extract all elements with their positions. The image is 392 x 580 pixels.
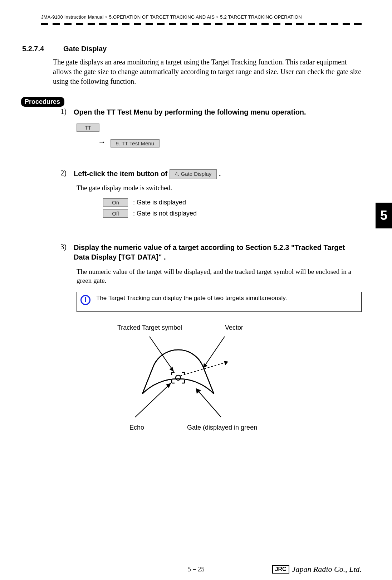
step-number: 2) [53,169,67,179]
info-text: The Target Tracking can display the gate… [96,294,358,303]
svg-marker-6 [170,367,174,372]
jrc-logo: JRC [272,565,289,574]
step-number: 3) [53,243,67,262]
procedures-badge: Procedures [21,97,64,107]
breadcrumb-sep: > [216,14,219,20]
svg-line-9 [135,383,171,417]
step-text: Display the numeric value of a target ac… [74,243,362,262]
company-brand: JRC Japan Radio Co., Ltd. [272,565,362,574]
label-gate: Gate (displayed in green [187,424,257,431]
off-button[interactable]: Off [103,209,128,218]
svg-line-1 [203,367,214,394]
diagram-svg [96,333,260,422]
step-1: 1) Open the TT Test Menu by performing t… [53,107,362,117]
gate-diagram: Tracked Target symbol Vector [96,324,362,431]
tt-test-menu-button[interactable]: 9. TT Test Menu [111,139,160,148]
svg-marker-8 [203,363,207,368]
option-off-row: Off : Gate is not displayed [103,209,362,218]
info-icon: i [80,295,90,305]
step-3-sub: The numeric value of the target will be … [77,267,362,285]
breadcrumb-section: 5.2 TARGET TRACKING OPERATION [220,14,302,20]
label-vector: Vector [225,324,243,332]
menu-path: TT → 9. TT Test Menu [77,124,362,148]
step-text-b: . [219,170,221,178]
chapter-tab: 5 [376,203,392,228]
section-number: 5.2.7.4 [21,45,53,53]
on-desc: : Gate is displayed [133,199,186,206]
intro-paragraph: The gate displays an area monitoring a t… [53,57,362,86]
on-button[interactable]: On [103,198,128,207]
tt-button[interactable]: TT [77,124,99,132]
breadcrumb-chapter: 5.OPERATION OF TARGET TRACKING AND AIS [109,14,215,20]
divider [41,23,362,25]
step-number: 1) [53,107,67,117]
step-text-a: Left-click the item button of [74,170,170,178]
page-number: 5－25 [187,565,205,574]
svg-marker-4 [224,361,228,365]
step-2: 2) Left-click the item button of 4. Gate… [53,169,362,179]
svg-line-0 [142,367,153,394]
step-2-sub: The gate display mode is switched. [77,184,362,192]
company-name: Japan Radio Co., Ltd. [292,565,362,574]
arrow-icon: → [95,137,109,146]
info-box: i The Target Tracking can display the ga… [77,292,362,312]
label-echo: Echo [129,424,144,431]
section-title: Gate Display [63,45,107,53]
option-on-row: On : Gate is displayed [103,198,362,207]
step-3: 3) Display the numeric value of a target… [53,243,362,262]
off-desc: : Gate is not displayed [133,210,197,217]
breadcrumb-manual: JMA-9100 Instruction Manual [41,14,103,20]
step-text: Open the TT Test Menu by performing the … [74,107,362,117]
svg-line-11 [196,388,221,417]
breadcrumb: JMA-9100 Instruction Manual > 5.OPERATIO… [41,14,362,20]
breadcrumb-sep: > [105,14,108,20]
gate-display-button[interactable]: 4. Gate Display [170,169,217,179]
options-table: On : Gate is displayed Off : Gate is not… [103,198,362,218]
label-tracked-target: Tracked Target symbol [117,324,182,332]
step-text: Left-click the item button of 4. Gate Di… [74,169,362,179]
svg-point-2 [176,375,181,380]
